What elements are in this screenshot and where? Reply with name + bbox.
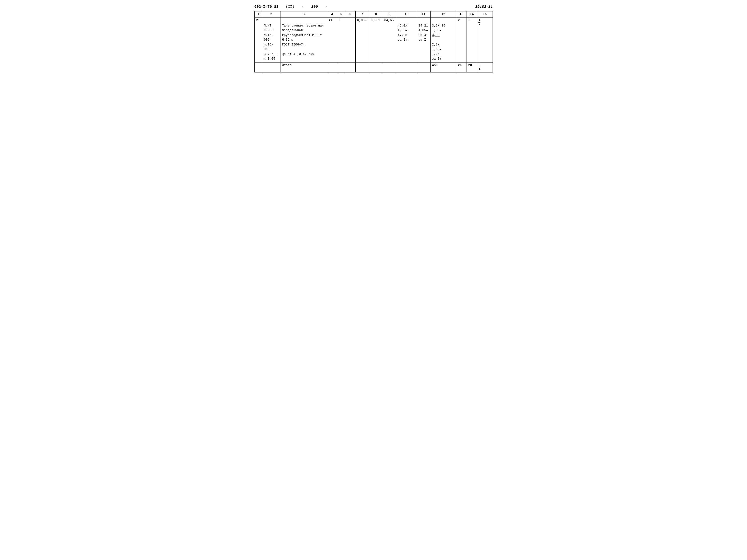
itogo-empty-7 xyxy=(355,62,369,72)
cell-col8: 0,039 xyxy=(369,17,383,62)
itogo-empty-6 xyxy=(345,62,356,72)
col-header-12: I2 xyxy=(430,11,456,17)
cell-code-text: Пр-ТI9-06п.I6-002п.I6-0183-У-6IIк=I,05 xyxy=(264,24,277,61)
itogo-empty-8 xyxy=(369,62,383,72)
col-header-10: IO xyxy=(396,11,417,17)
column-headers-row: I 2 3 4 5 6 7 8 9 IO II I2 I3 I4 I5 xyxy=(254,11,493,17)
cell-col12: 3,7х 85I,05=3,88I,2хI,05=I,26за Iт xyxy=(430,17,456,62)
col-header-8: 8 xyxy=(369,11,383,17)
itogo-empty-10 xyxy=(396,62,417,72)
itogo-label: Итого xyxy=(280,62,327,72)
cell-col14: I xyxy=(467,17,477,62)
header-xi: (XI) xyxy=(286,5,294,9)
col-header-11: II xyxy=(417,11,430,17)
itogo-fraction-numerator: 3 xyxy=(479,63,481,68)
itogo-col15-fraction: 3 I xyxy=(479,63,481,71)
cell-col6 xyxy=(345,17,356,62)
col-header-6: 6 xyxy=(345,11,356,17)
itogo-row: Итого 450 26 20 3 I xyxy=(254,62,493,72)
cell-col7: 0,039 xyxy=(355,17,369,62)
cell-description-text: Таль ручная червяч ная передвижная грузо… xyxy=(282,24,324,56)
itogo-col13: 26 xyxy=(456,62,467,72)
cell-col11: 24,2хI,05=25,4Iза Iт xyxy=(417,17,430,62)
cell-col10-text: 45,0хI,05=47,25за Iт xyxy=(398,24,407,42)
cell-col15-fraction: I - xyxy=(479,19,481,26)
cell-row-num: 2 xyxy=(254,17,262,62)
itogo-empty-9 xyxy=(383,62,396,72)
itogo-col15: 3 I xyxy=(477,62,493,72)
cell-col13: 2 xyxy=(456,17,467,62)
col-header-7: 7 xyxy=(355,11,369,17)
col-header-15: I5 xyxy=(477,11,493,17)
cell-col12-text: 3,7х 85I,05=3,88I,2хI,05=I,26за Iт xyxy=(432,24,445,61)
header-number: 100 xyxy=(311,5,318,9)
itogo-empty-1 xyxy=(254,62,262,72)
table-row: 2 Пр-ТI9-06п.I6-002п.I6-0183-У-6IIк=I,05… xyxy=(254,17,493,62)
cell-col15: I - xyxy=(477,17,493,62)
col-header-13: I3 xyxy=(456,11,467,17)
header-right-number: 19182-11 xyxy=(475,5,493,9)
col-header-14: I4 xyxy=(467,11,477,17)
itogo-fraction-denominator: I xyxy=(479,68,481,71)
col-header-1: I xyxy=(254,11,262,17)
header-dash2: - xyxy=(325,5,328,9)
itogo-empty-11 xyxy=(417,62,430,72)
cell-col5: I xyxy=(337,17,345,62)
cell-col10: 45,0хI,05=47,25за Iт xyxy=(396,17,417,62)
col-header-9: 9 xyxy=(383,11,396,17)
cell-description: Таль ручная червяч ная передвижная грузо… xyxy=(280,17,327,62)
doc-id: 902-I-70.83 xyxy=(254,5,279,9)
fraction-denominator: - xyxy=(479,23,481,27)
itogo-col14: 20 xyxy=(467,62,477,72)
cell-unit: шт xyxy=(327,17,337,62)
header-dash1: - xyxy=(302,5,304,9)
col-header-3: 3 xyxy=(280,11,327,17)
header-row: 902-I-70.83 (XI) - 100 - 19182-11 xyxy=(254,5,493,9)
itogo-col12: 450 xyxy=(430,62,456,72)
col-header-2: 2 xyxy=(262,11,280,17)
col-header-5: 5 xyxy=(337,11,345,17)
itogo-empty-2 xyxy=(262,62,280,72)
cell-code: Пр-ТI9-06п.I6-002п.I6-0183-У-6IIк=I,05 xyxy=(262,17,280,62)
itogo-empty-5 xyxy=(337,62,345,72)
fraction-numerator: I xyxy=(479,19,481,23)
cell-col11-text: 24,2хI,05=25,4Iза Iт xyxy=(418,24,428,42)
col-header-4: 4 xyxy=(327,11,337,17)
main-table: I 2 3 4 5 6 7 8 9 IO II I2 I3 I4 I5 2 xyxy=(254,11,493,73)
itogo-empty-4 xyxy=(327,62,337,72)
document-container: 902-I-70.83 (XI) - 100 - 19182-11 I 2 3 … xyxy=(254,5,493,73)
cell-col9: 84,65 xyxy=(383,17,396,62)
